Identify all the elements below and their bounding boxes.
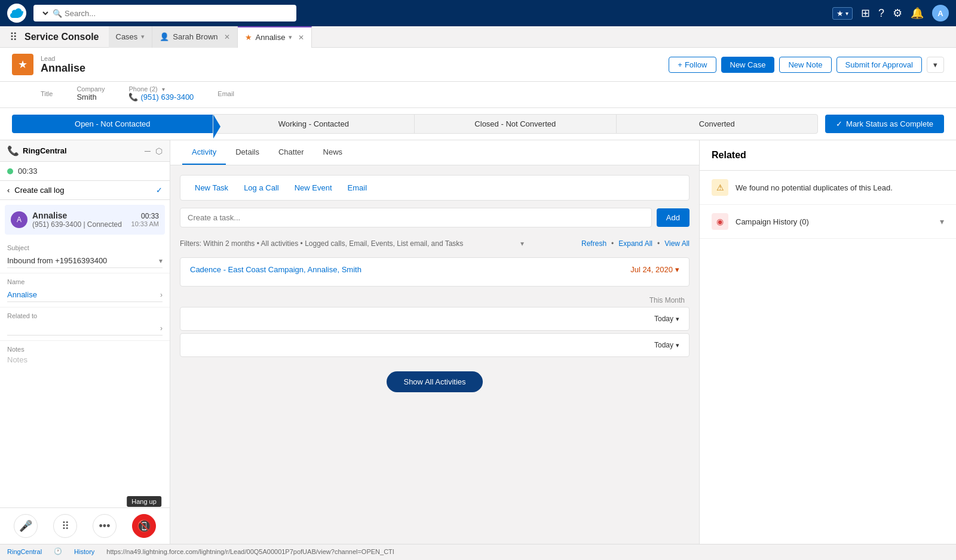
related-campaign-item[interactable]: ◉ Campaign History (0) ▾ [700,205,956,239]
app-name: Service Console [22,32,109,42]
status-step-closed[interactable]: Closed - Not Converted [414,114,617,134]
panel-controls: ─ ⬡ [145,146,163,156]
avatar[interactable]: A [932,5,949,21]
add-task-button[interactable]: Add [657,208,690,227]
tab-sarah-label: Sarah Brown [173,32,217,41]
title-label: Title [41,90,53,97]
status-bar: Open - Not Contacted Working - Contacted… [0,108,956,140]
keypad-button[interactable]: ⠿ [53,514,77,538]
name-group: Name Annalise › [0,273,170,307]
notes-area: Notes Notes [0,341,170,369]
star-icon: ★ [836,9,844,18]
show-all-container: Show All Activities [180,371,690,392]
new-case-button[interactable]: New Case [721,57,775,73]
contact-details: Annalise (951) 639-3400 | Connected [32,211,122,229]
tab-sarah-close-icon[interactable]: ✕ [224,33,230,41]
email-label: Email [217,90,234,97]
arrow-icon[interactable]: › [160,291,163,299]
ringcentral-header: 📞 RingCentral ─ ⬡ [0,140,170,162]
tab-annalise[interactable]: ★ Annalise ▾ ✕ [238,26,312,48]
refresh-link[interactable]: Refresh [581,239,606,248]
new-note-button[interactable]: New Note [779,57,831,73]
subject-input[interactable]: Inbound from +19516393400 ▾ [7,254,163,268]
separator-dot2: • [657,239,660,248]
status-step-converted[interactable]: Converted [616,114,819,134]
expand-icon[interactable]: ⬡ [155,146,163,156]
name-input[interactable]: Annalise › [7,288,163,302]
tab-annalise-dropdown[interactable]: ▾ [289,33,292,41]
tab-news[interactable]: News [314,140,353,165]
lead-badge: Lead [41,55,85,62]
related-to-input[interactable]: › [7,322,163,336]
help-icon[interactable]: ? [878,7,884,20]
more-button[interactable]: ••• [93,514,117,538]
company-label: Company [76,85,105,93]
favorites-icon[interactable]: ★ ▾ [832,7,853,20]
status-step-open[interactable]: Open - Not Contacted [12,115,213,133]
today-dropdown-2[interactable]: ▾ [676,341,679,349]
notes-label: Notes [7,346,163,353]
today-dropdown-1[interactable]: ▾ [676,315,679,323]
title-field: Title [41,90,53,97]
nav-icons: ★ ▾ ⊞ ? ⚙ 🔔 A [832,5,949,21]
app-launcher-icon[interactable]: ⠿ [5,30,22,44]
related-arrow-icon[interactable]: › [160,324,163,333]
tab-details[interactable]: Details [226,140,269,165]
plus-icon: + [678,60,682,69]
minimize-icon[interactable]: ─ [145,146,151,156]
lead-info-block: Lead Annalise [41,55,85,75]
activity-panel: Activity Details Chatter News New Task L… [170,140,699,544]
lead-header: ★ Lead Annalise + Follow New Case New No… [0,48,956,82]
mute-button[interactable]: 🎤 [14,514,38,538]
show-all-button[interactable]: Show All Activities [387,371,482,392]
log-call-button[interactable]: Log a Call [237,180,286,195]
salesforce-logo[interactable] [7,4,26,23]
campaign-expand-icon[interactable]: ▾ [940,217,944,226]
this-month-label: This Month [180,294,690,307]
tab-cases[interactable]: Cases ▾ [109,26,153,48]
notes-placeholder[interactable]: Notes [7,355,163,364]
tab-sarah-brown[interactable]: 👤 Sarah Brown ✕ [152,26,237,48]
contact-avatar: A [11,211,27,228]
hang-up-button[interactable]: 📵 [132,514,156,538]
cadence-link[interactable]: Cadence - East Coast Campaign, Annalise,… [190,265,361,274]
related-to-label: Related to [7,312,163,319]
task-input[interactable] [180,208,652,227]
notification-icon[interactable]: 🔔 [911,7,924,20]
tab-chatter[interactable]: Chatter [269,140,314,165]
tab-cases-dropdown[interactable]: ▾ [141,33,145,41]
this-month-section: This Month Today ▾ Today ▾ [180,291,690,362]
email-button[interactable]: Email [341,180,375,195]
top-navigation: All 🔍 ★ ▾ ⊞ ? ⚙ 🔔 A [0,0,956,26]
filter-dropdown-icon[interactable]: ▾ [520,239,524,248]
search-scope-select[interactable]: All [38,8,50,18]
settings-icon[interactable]: ⚙ [893,7,902,20]
dropdown-icon[interactable]: ▾ [159,257,163,265]
filter-text: Filters: Within 2 months • All activitie… [180,239,463,248]
tab-annalise-close-icon[interactable]: ✕ [298,33,304,42]
view-all-link[interactable]: View All [664,239,690,248]
phone-value[interactable]: 📞 (951) 639-3400 [128,93,194,101]
call-controls: 🎤 ⠿ ••• 📵 Hang up [0,507,170,544]
check-icon: ✓ [156,186,163,195]
status-step-working[interactable]: Working - Contacted [213,114,415,134]
bottom-history[interactable]: History [74,548,94,555]
subject-label: Subject [7,244,163,251]
add-icon[interactable]: ⊞ [861,7,870,20]
expand-all-link[interactable]: Expand All [618,239,652,248]
nav-search-bar[interactable]: All 🔍 [33,5,296,21]
create-call-log-toggle[interactable]: ‹ Create call log ✓ [0,181,170,200]
bottom-ringcentral[interactable]: RingCentral [7,548,42,555]
search-input[interactable] [65,9,292,18]
new-task-button[interactable]: New Task [188,180,235,195]
tab-activity[interactable]: Activity [182,140,226,165]
more-actions-button[interactable]: ▾ [927,57,944,73]
new-event-button[interactable]: New Event [287,180,339,195]
cadence-dropdown-icon[interactable]: ▾ [675,265,679,274]
phone-icon: 📞 [128,93,138,101]
follow-button[interactable]: + Follow [669,57,716,73]
phone-dropdown-icon[interactable]: ▾ [162,86,165,93]
phone-field[interactable]: Phone (2) ▾ 📞 (951) 639-3400 [128,85,194,101]
submit-approval-button[interactable]: Submit for Approval [836,57,922,73]
mark-complete-button[interactable]: ✓ Mark Status as Complete [825,115,944,133]
